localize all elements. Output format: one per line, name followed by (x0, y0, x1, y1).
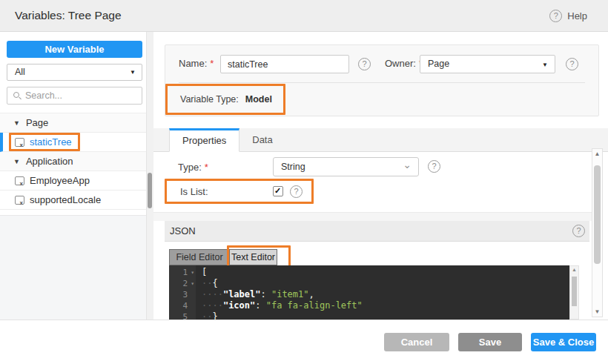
tree-row-inner: ▼Page (0, 117, 48, 128)
new-variable-button[interactable]: New Variable (7, 41, 142, 58)
code-line[interactable]: [ (202, 267, 569, 278)
help-icon[interactable]: ? (549, 10, 562, 22)
checkmark-icon: ✓ (274, 186, 281, 196)
text-editor-button[interactable]: Text Editor (230, 249, 277, 265)
owner-help-icon[interactable]: ? (566, 58, 578, 70)
save-and-close-button[interactable]: Save & Close (531, 333, 596, 351)
variable-icon: x (15, 176, 24, 185)
search-box[interactable] (7, 87, 142, 105)
type-selected-value: String (281, 158, 305, 176)
editor-code[interactable]: [··{····"label": "item1",····"icon": "fa… (196, 265, 569, 320)
variable-tree: ▼PagexstaticTree▼ApplicationxEmployeeApp… (0, 113, 146, 210)
editor-tabs-bar: Properties Data (153, 128, 608, 152)
name-help-icon[interactable]: ? (358, 58, 371, 70)
is-list-label: Is List: (180, 186, 273, 197)
caret-down-icon[interactable]: ▼ (13, 158, 20, 165)
json-code-editor[interactable]: 1▾2▾345 [··{····"label": "item1",····"ic… (169, 265, 569, 320)
chevron-down-icon: ⌄ (403, 159, 412, 171)
variable-filter-select[interactable]: All ▼ (7, 64, 142, 81)
selected-item-highlight: xstaticTree (9, 133, 80, 151)
dialog-footer: Cancel Save Save & Close (0, 320, 608, 364)
search-input[interactable] (25, 87, 136, 104)
panel-scrollbar[interactable]: ▲ ▼ (592, 148, 603, 317)
name-field[interactable] (220, 55, 349, 73)
tree-row-inner: xsupportedLocale (0, 194, 101, 205)
line-number: 1 (182, 268, 188, 277)
tree-group-Application[interactable]: ▼Application (0, 152, 146, 171)
owner-label: Owner:* (385, 54, 423, 73)
tab-properties[interactable]: Properties (169, 128, 239, 152)
line-number: 5 (182, 312, 188, 320)
tree-item-staticTree[interactable]: xstaticTree (0, 133, 146, 152)
caret-down-icon[interactable]: ▼ (13, 119, 20, 127)
filter-selected-value: All (15, 64, 25, 80)
json-section-header: JSON ? (165, 221, 589, 242)
line-number: 3 (182, 290, 188, 300)
form-divider (179, 82, 585, 83)
tree-group-Page[interactable]: ▼Page (0, 113, 146, 133)
editor-scrollbar-thumb[interactable] (572, 277, 577, 306)
section-separator (153, 212, 597, 221)
tree-item-EmployeeApp[interactable]: xEmployeeApp (0, 171, 146, 191)
is-list-checkbox[interactable]: ✓ (273, 186, 283, 196)
variable-icon: x (15, 138, 24, 147)
editor-gutter: 1▾2▾345 (169, 265, 196, 320)
is-list-highlight: Is List: ✓ ? (165, 179, 314, 204)
variable-type-label: Variable Type: (180, 94, 239, 105)
save-button[interactable]: Save (458, 333, 522, 351)
required-marker: * (210, 58, 214, 69)
scroll-up-icon[interactable]: ▲ (592, 150, 602, 157)
type-label: Type:* (178, 162, 208, 173)
tree-item-label: staticTree (30, 136, 72, 148)
help-button[interactable]: ? Help (549, 0, 587, 31)
owner-selected-value: Page (428, 56, 449, 73)
search-icon (13, 92, 19, 98)
scroll-down-icon[interactable]: ▼ (592, 308, 602, 315)
required-marker: * (205, 162, 208, 173)
json-editor-mode-toggle: Field Editor Text Editor (169, 249, 277, 265)
sidebar-scrollbar[interactable] (146, 32, 153, 320)
code-line[interactable]: ····"label": "item1", (202, 289, 569, 300)
help-label: Help (567, 10, 587, 21)
is-list-help-icon[interactable]: ? (290, 185, 303, 198)
tree-item-label: Application (26, 156, 73, 167)
tree-row-inner: ▼Application (0, 156, 73, 167)
code-line[interactable]: ····"icon": "fa fa-align-left" (202, 300, 569, 311)
owner-select[interactable]: Page ▼ (420, 55, 555, 73)
json-section-title: JSON (170, 221, 196, 241)
type-select[interactable]: String ⌄ (273, 157, 419, 176)
line-number: 2 (182, 279, 188, 288)
select-arrow-icon: ▼ (130, 69, 136, 76)
tree-item-supportedLocale[interactable]: xsupportedLocale (0, 191, 146, 210)
json-help-icon[interactable]: ? (572, 225, 585, 237)
editor-scrollbar[interactable]: ▲ (569, 265, 579, 320)
variable-icon: x (15, 196, 24, 205)
page-title: Variables: Tree Page (15, 0, 122, 31)
select-arrow-icon: ▼ (542, 62, 548, 68)
cancel-button[interactable]: Cancel (384, 333, 449, 351)
panel-scrollbar-thumb[interactable] (594, 165, 601, 264)
field-editor-button[interactable]: Field Editor (169, 249, 230, 265)
tree-item-label: EmployeeApp (30, 175, 90, 186)
code-line[interactable]: ··} (202, 311, 569, 320)
variable-header-form: Name:* ? Owner:* Page ▼ ? Variable Type:… (165, 44, 599, 116)
tree-row-inner: xEmployeeApp (0, 175, 90, 186)
sidebar-scrollbar-thumb[interactable] (148, 173, 152, 208)
line-number: 4 (182, 301, 188, 311)
tree-item-label: supportedLocale (30, 194, 101, 205)
properties-tab-content: Type:* String ⌄ ? Is List: ✓ ? JSON ? Fi… (153, 152, 608, 320)
fold-icon[interactable]: ▾ (188, 269, 194, 276)
tab-data[interactable]: Data (239, 128, 285, 151)
name-label: Name:* (179, 54, 214, 73)
tree-item-label: Page (26, 117, 48, 128)
variable-editor-panel: Name:* ? Owner:* Page ▼ ? Variable Type:… (153, 32, 608, 320)
scroll-up-icon[interactable]: ▲ (570, 267, 578, 272)
code-line[interactable]: ··{ (202, 278, 569, 289)
sidebar-empty-area (0, 215, 146, 320)
variable-type-value: Model (245, 94, 272, 105)
fold-icon[interactable]: ▾ (188, 280, 194, 287)
variables-sidebar: New Variable All ▼ ▼PagexstaticTree▼Appl… (0, 32, 153, 320)
type-help-icon[interactable]: ? (428, 160, 440, 173)
window-header: Variables: Tree Page ? Help (0, 0, 608, 32)
variable-type-highlight: Variable Type: Model (165, 84, 285, 115)
